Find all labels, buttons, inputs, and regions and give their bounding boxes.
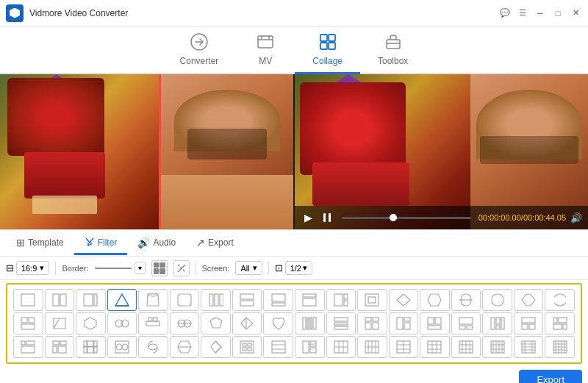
shape-cell-43[interactable] xyxy=(201,336,231,358)
tab-filter[interactable]: Filter xyxy=(74,232,128,255)
shape-cell-46[interactable] xyxy=(295,336,325,358)
shape-cell-8[interactable] xyxy=(232,289,262,311)
shape-cell-3[interactable] xyxy=(76,289,106,311)
titlebar: Vidmore Video Converter 💬 ☰ ─ □ ✕ xyxy=(0,0,588,26)
shape-cell-39[interactable] xyxy=(76,336,106,358)
right-video-panel: ▶ 00:00:00.00/00:00:44.05 🔊 xyxy=(293,74,588,229)
export-button[interactable]: Export xyxy=(519,370,582,383)
chat-button[interactable]: 💬 xyxy=(498,7,512,20)
progress-bar[interactable] xyxy=(342,217,471,219)
svg-rect-29 xyxy=(334,294,343,306)
border-dropdown[interactable]: ▾ xyxy=(135,262,146,274)
shape-cell-7[interactable] xyxy=(201,289,231,311)
shape-cell-18[interactable] xyxy=(545,289,575,311)
aspect-ratio-select[interactable]: 16:9 ▾ xyxy=(16,261,49,275)
screen-select[interactable]: All ▾ xyxy=(235,261,262,275)
shape-cell-53[interactable] xyxy=(514,336,544,358)
shape-cell-45[interactable] xyxy=(263,336,293,358)
pattern-button[interactable] xyxy=(151,260,168,276)
tab-toolbox[interactable]: Toolbox xyxy=(360,29,426,73)
svg-marker-16 xyxy=(115,294,129,306)
shape-cell-10[interactable] xyxy=(295,289,325,311)
shape-cell-30[interactable] xyxy=(357,312,387,334)
shape-cell-9[interactable] xyxy=(263,289,293,311)
shape-cell-12[interactable] xyxy=(357,289,387,311)
minimize-button[interactable]: ─ xyxy=(534,7,547,20)
svg-rect-103 xyxy=(310,348,316,353)
menu-button[interactable]: ☰ xyxy=(516,7,529,20)
shape-cell-25[interactable] xyxy=(201,312,231,334)
shape-cell-37[interactable] xyxy=(13,336,43,358)
shape-cell-33[interactable] xyxy=(451,312,481,334)
mv-label: MV xyxy=(259,56,272,66)
shape-cell-2[interactable] xyxy=(45,289,75,311)
fraction-select[interactable]: 1/2 ▾ xyxy=(285,261,312,275)
shape-cell-13[interactable] xyxy=(389,289,419,311)
shape-cell-51[interactable] xyxy=(451,336,481,358)
shape-cell-20[interactable] xyxy=(45,312,75,334)
svg-rect-46 xyxy=(303,318,306,329)
shape-cell-15[interactable] xyxy=(451,289,481,311)
videos-row: ▶ 00:00:00.00/00:00:44.05 🔊 xyxy=(0,74,588,229)
tab-collage[interactable]: Collage xyxy=(295,29,360,74)
shape-cell-34[interactable] xyxy=(482,312,512,334)
shape-cell-31[interactable] xyxy=(389,312,419,334)
play-button[interactable]: ▶ xyxy=(301,210,315,225)
shape-cell-1[interactable] xyxy=(13,289,43,311)
svg-rect-50 xyxy=(334,318,348,321)
svg-rect-33 xyxy=(368,297,376,303)
shape-cell-21[interactable] xyxy=(76,312,106,334)
shape-cell-42[interactable] xyxy=(170,336,200,358)
svg-rect-39 xyxy=(146,321,159,326)
shape-cell-14[interactable] xyxy=(420,289,450,311)
shape-cell-38[interactable] xyxy=(45,336,75,358)
tab-converter[interactable]: Converter xyxy=(162,29,237,73)
maximize-button[interactable]: □ xyxy=(551,7,564,20)
shape-cell-16[interactable] xyxy=(482,289,512,311)
shape-cell-28[interactable] xyxy=(295,312,325,334)
shape-cell-41[interactable] xyxy=(138,336,168,358)
shape-cell-47[interactable] xyxy=(326,336,356,358)
pause-button[interactable] xyxy=(320,210,334,225)
svg-rect-7 xyxy=(323,213,326,222)
shape-cell-27[interactable] xyxy=(263,312,293,334)
svg-rect-67 xyxy=(496,318,500,324)
shape-cell-32[interactable] xyxy=(420,312,450,334)
shape-cell-40[interactable] xyxy=(107,336,137,358)
tab-audio[interactable]: 🔊 Audio xyxy=(127,232,186,255)
shape-cell-26[interactable] xyxy=(232,312,262,334)
close-button[interactable]: ✕ xyxy=(569,7,582,20)
shape-cell-35[interactable] xyxy=(514,312,544,334)
diagonal-button[interactable] xyxy=(173,260,190,276)
tab-mv[interactable]: MV xyxy=(236,29,295,73)
shape-cell-29[interactable] xyxy=(326,312,356,334)
shape-cell-23[interactable] xyxy=(138,312,168,334)
shape-cell-4[interactable] xyxy=(107,289,137,311)
svg-rect-70 xyxy=(522,318,535,323)
shape-cell-5[interactable] xyxy=(138,289,168,311)
svg-rect-34 xyxy=(21,318,27,323)
left-video-panel xyxy=(0,74,293,229)
shape-cell-6[interactable] xyxy=(170,289,200,311)
shape-cell-49[interactable] xyxy=(389,336,419,358)
svg-rect-30 xyxy=(344,294,348,299)
shape-cell-54[interactable] xyxy=(545,336,575,358)
shape-cell-24[interactable] xyxy=(170,312,200,334)
svg-rect-56 xyxy=(373,323,379,329)
shape-cell-52[interactable] xyxy=(482,336,512,358)
shape-cell-48[interactable] xyxy=(357,336,387,358)
svg-rect-93 xyxy=(240,341,254,353)
svg-point-89 xyxy=(122,344,128,350)
svg-rect-27 xyxy=(303,294,316,297)
border-slider[interactable]: ▾ xyxy=(95,262,146,274)
shape-cell-22[interactable] xyxy=(107,312,137,334)
shape-cell-17[interactable] xyxy=(514,289,544,311)
tab-export[interactable]: ↗ Export xyxy=(186,232,244,255)
shape-cell-19[interactable] xyxy=(13,312,43,334)
volume-button[interactable]: 🔊 xyxy=(570,212,582,223)
shape-cell-11[interactable] xyxy=(326,289,356,311)
shape-cell-44[interactable] xyxy=(232,336,262,358)
shape-cell-36[interactable] xyxy=(545,312,575,334)
tab-template[interactable]: ⊞ Template xyxy=(6,232,74,255)
shape-cell-50[interactable] xyxy=(420,336,450,358)
